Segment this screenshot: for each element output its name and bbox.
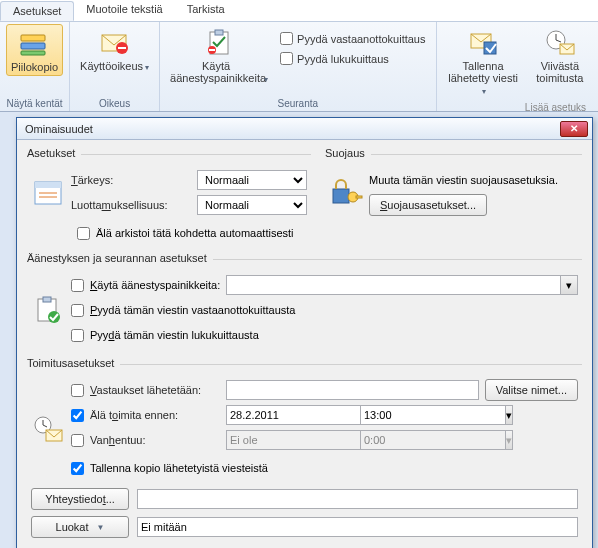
- no-autoarchive-label: Älä arkistoi tätä kohdetta automaattises…: [96, 227, 294, 239]
- delay-delivery-button[interactable]: Viivästä toimitusta: [528, 24, 592, 86]
- more-options-link[interactable]: Lisää asetuks: [519, 100, 592, 115]
- save-copy-label: Tallenna kopio lähetetyistä viesteistä: [90, 462, 268, 474]
- replies-to-label: Vastaukset lähetetään:: [90, 384, 220, 396]
- svg-rect-22: [356, 196, 362, 198]
- ribbon-body: Piilokopio Näytä kentät Käyttöoikeus▾ Oi…: [0, 22, 598, 112]
- group-title-show-fields: Näytä kentät: [6, 96, 62, 111]
- contacts-button[interactable]: Yhteystiedot...: [31, 488, 129, 510]
- chevron-down-icon[interactable]: ▾: [505, 405, 513, 425]
- ribbon-group-permission: Käyttöoikeus▾ Oikeus: [70, 22, 160, 111]
- save-sent-label: Tallenna lähetetty viesti▾: [447, 60, 520, 98]
- delay-label: Viivästä toimitusta: [532, 60, 588, 84]
- ribbon-group-tracking: Käytä äänestyspainikkeita▾ Pyydä vastaan…: [160, 22, 436, 111]
- chevron-down-icon[interactable]: ▾: [560, 275, 578, 295]
- tracking-checks: Pyydä vastaanottokuittaus Pyydä lukukuit…: [276, 24, 429, 67]
- deliver-date-combo[interactable]: ▾: [226, 405, 354, 425]
- delivery-legend: Toimitusasetukset: [27, 357, 120, 369]
- categories-button[interactable]: Luokat▼: [31, 516, 129, 538]
- voting-fieldset: Äänestyksen ja seurannan asetukset Käytä…: [27, 259, 582, 356]
- chevron-down-icon: ▼: [97, 523, 105, 532]
- save-copy-check[interactable]: [71, 462, 84, 475]
- ribbon-tabs: Asetukset Muotoile tekstiä Tarkista: [0, 0, 598, 22]
- dialog-title-text: Ominaisuudet: [25, 123, 93, 135]
- delivery-fieldset: Toimitusasetukset Vastaukset lähetetään:…: [27, 364, 582, 542]
- close-icon[interactable]: ✕: [560, 121, 588, 137]
- req-delivery-label: Pyydä tämän viestin vastaanottokuittaust…: [90, 304, 295, 316]
- sensitivity-label: Luottamuksellisuus:: [71, 199, 191, 211]
- replies-to-input[interactable]: [226, 380, 479, 400]
- deliver-time-combo[interactable]: ▾: [360, 405, 456, 425]
- permission-button[interactable]: Käyttöoikeus▾: [76, 24, 153, 76]
- save-sent-button[interactable]: Tallenna lähetetty viesti▾: [443, 24, 524, 100]
- req-read-check[interactable]: [71, 329, 84, 342]
- no-deliver-before-check[interactable]: [71, 409, 84, 422]
- sensitivity-select[interactable]: Normaali: [197, 195, 307, 215]
- svg-rect-2: [21, 51, 45, 55]
- select-names-button[interactable]: Valitse nimet...: [485, 379, 578, 401]
- security-fieldset: Suojaus Muuta tämän viestin suojausasetu…: [325, 154, 582, 226]
- svg-rect-5: [118, 47, 126, 49]
- group-title-tracking: Seuranta: [277, 96, 318, 111]
- clock-envelope-icon: [544, 26, 576, 58]
- deliver-time-input[interactable]: [360, 405, 505, 425]
- request-read-receipt-check[interactable]: Pyydä lukukuittaus: [276, 50, 429, 67]
- svg-rect-9: [209, 49, 215, 51]
- replies-to-check[interactable]: [71, 384, 84, 397]
- dialog-titlebar: Ominaisuudet ✕: [17, 118, 592, 140]
- expires-date-combo: ▾: [226, 430, 354, 450]
- expires-date-input: [226, 430, 371, 450]
- svg-rect-24: [43, 297, 51, 302]
- tab-asetukset[interactable]: Asetukset: [0, 1, 74, 21]
- categories-input[interactable]: [137, 517, 578, 537]
- contacts-input[interactable]: [137, 489, 578, 509]
- req-delivery-check[interactable]: [71, 304, 84, 317]
- ribbon-group-more: Tallenna lähetetty viesti▾ Viivästä toim…: [437, 22, 599, 111]
- voting-combo[interactable]: ▾: [226, 275, 578, 295]
- svg-rect-17: [35, 182, 61, 188]
- voting-legend: Äänestyksen ja seurannan asetukset: [27, 252, 213, 264]
- bcc-button[interactable]: Piilokopio: [6, 24, 63, 76]
- note-icon: [31, 176, 65, 210]
- no-autoarchive-check[interactable]: [77, 227, 90, 240]
- security-text: Muuta tämän viestin suojausasetuksia.: [369, 174, 558, 186]
- importance-label: Tärkeys:: [71, 174, 191, 186]
- save-sent-icon: [467, 26, 499, 58]
- expires-time-input: [360, 430, 505, 450]
- lock-key-icon: [329, 176, 363, 210]
- settings-legend: Asetukset: [27, 147, 81, 159]
- envelope-denied-icon: [99, 26, 131, 58]
- tab-tarkista[interactable]: Tarkista: [175, 0, 237, 21]
- svg-rect-7: [215, 30, 223, 35]
- bcc-label: Piilokopio: [11, 61, 58, 73]
- ribbon-group-show-fields: Piilokopio Näytä kentät: [0, 22, 70, 111]
- clipboard-check-icon: [203, 26, 235, 58]
- bcc-icon: [19, 27, 51, 59]
- request-delivery-receipt-check[interactable]: Pyydä vastaanottokuittaus: [276, 30, 429, 47]
- clipboard-check-icon-2: [31, 293, 65, 327]
- expires-label: Vanhentuu:: [90, 434, 220, 446]
- voting-buttons-button[interactable]: Käytä äänestyspainikkeita▾: [166, 24, 272, 88]
- clock-envelope-icon-2: [31, 412, 65, 446]
- permission-label: Käyttöoikeus▾: [80, 60, 149, 74]
- tab-muotoile[interactable]: Muotoile tekstiä: [74, 0, 174, 21]
- properties-dialog: Ominaisuudet ✕ Asetukset Tärkeys:: [16, 117, 593, 548]
- svg-rect-1: [21, 43, 45, 49]
- use-voting-label: Käytä äänestyspainikkeita:: [90, 279, 220, 291]
- chevron-down-icon: ▾: [505, 430, 513, 450]
- svg-point-25: [48, 311, 60, 323]
- voting-label: Käytä äänestyspainikkeita▾: [170, 60, 268, 86]
- security-settings-button[interactable]: Suojausasetukset...: [369, 194, 487, 216]
- security-legend: Suojaus: [325, 147, 371, 159]
- deliver-date-input[interactable]: [226, 405, 371, 425]
- importance-select[interactable]: Normaali: [197, 170, 307, 190]
- svg-rect-20: [333, 189, 349, 203]
- voting-input[interactable]: [226, 275, 560, 295]
- expires-check[interactable]: [71, 434, 84, 447]
- settings-fieldset: Asetukset Tärkeys: Normaali Luottamuksel…: [27, 154, 311, 251]
- expires-time-combo: ▾: [360, 430, 456, 450]
- group-title-permission: Oikeus: [99, 96, 130, 111]
- use-voting-check[interactable]: [71, 279, 84, 292]
- no-deliver-before-label: Älä toimita ennen:: [90, 409, 220, 421]
- svg-rect-0: [21, 35, 45, 41]
- req-read-label: Pyydä tämän viestin lukukuittausta: [90, 329, 259, 341]
